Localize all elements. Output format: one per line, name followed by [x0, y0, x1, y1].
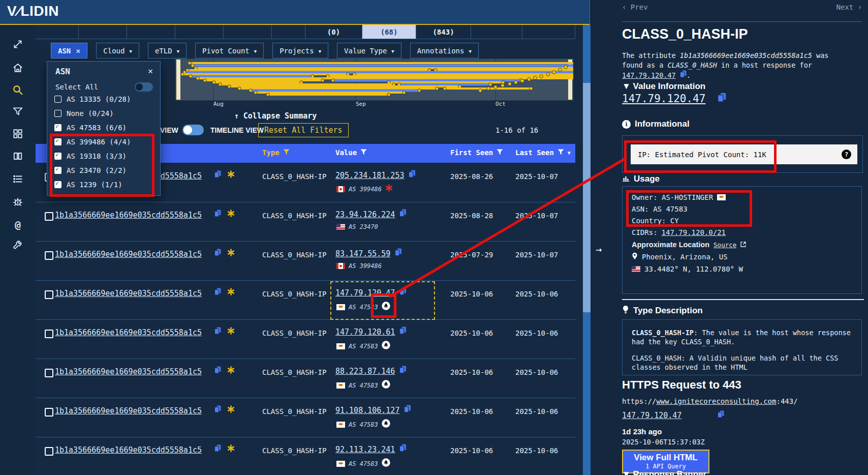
row-checkbox[interactable]	[45, 251, 53, 260]
star-annotation-icon[interactable]	[227, 288, 235, 298]
column-header-first-seen[interactable]: First Seen	[450, 149, 503, 157]
tab-empty-4[interactable]	[224, 25, 272, 39]
asn-option-as-399486[interactable]: AS 399486 (4/4)	[54, 138, 131, 146]
copy-icon[interactable]	[409, 170, 416, 180]
table-row[interactable]: 1b1a3566669ee1669e035cdd5558a1c5CLASS_0_…	[36, 398, 575, 437]
asn-option-as-47583[interactable]: AS 47583 (6/6)	[54, 124, 127, 132]
star-annotation-icon[interactable]	[227, 249, 235, 258]
value-ip-link[interactable]: 91.108.106.127	[335, 406, 399, 415]
filter-projects-button[interactable]: Projects▼	[272, 43, 328, 58]
checkbox[interactable]	[54, 167, 61, 174]
select-all-toggle[interactable]	[135, 82, 153, 92]
asn-option-none-(0/24)[interactable]: None (0/24)	[54, 109, 114, 117]
filter-etld-button[interactable]: eTLD▼	[148, 43, 187, 58]
tab-empty-1[interactable]	[79, 25, 127, 39]
table-row[interactable]: 1b1a3566669ee1669e035cdd5558a1c5CLASS_0_…	[36, 437, 575, 475]
reset-all-filters-button[interactable]: Reset All Filters	[258, 123, 349, 137]
key-hash-link[interactable]: 1b1a3566669ee1669e035cdd5558a1c5	[55, 211, 202, 220]
filter-asn-button[interactable]: ASN✕	[51, 43, 87, 58]
tab-empty-9[interactable]	[471, 25, 522, 39]
filter-funnel-icon[interactable]	[557, 149, 564, 157]
table-row[interactable]: 1b1a3566669ee1669e035cdd5558a1c5CLASS_0_…	[36, 319, 575, 359]
next-button[interactable]: Next ›	[836, 3, 862, 11]
key-hash-link[interactable]: 1b1a3566669ee1669e035cdd5558a1c5	[55, 406, 202, 415]
close-icon[interactable]: ✕	[148, 66, 153, 76]
bug-icon[interactable]	[11, 195, 25, 209]
star-annotation-icon[interactable]	[227, 327, 235, 337]
list-icon[interactable]	[11, 172, 25, 186]
row-checkbox[interactable]	[45, 447, 53, 456]
filter-pivot-count-button[interactable]: Pivot Count▼	[195, 43, 264, 58]
tab-empty-0[interactable]	[36, 25, 79, 39]
copy-icon[interactable]	[399, 366, 407, 376]
key-hash-link[interactable]: 1b1a3566669ee1669e035cdd5558a1c5	[55, 250, 202, 259]
ip-link[interactable]: 147.79.120.47	[622, 71, 676, 79]
asn-option-as-19318[interactable]: AS 19318 (3/3)	[54, 152, 127, 160]
request-ip-link[interactable]: 147.79.120.47	[622, 411, 681, 420]
tab-(0)[interactable]: (0)	[305, 25, 362, 39]
domain-link[interactable]: www.ignitecoreconsulting.com	[656, 397, 776, 405]
filter-cloud-button[interactable]: Cloud▼	[96, 43, 139, 58]
column-header-value[interactable]: Value	[335, 149, 367, 157]
tab-empty-10[interactable]	[522, 25, 575, 39]
checkbox[interactable]	[54, 153, 61, 160]
copy-icon[interactable]	[399, 444, 407, 454]
value-ip-link[interactable]: 83.147.55.59	[335, 249, 390, 258]
checkbox[interactable]	[54, 181, 61, 188]
copy-icon[interactable]	[214, 210, 221, 219]
filter-icon[interactable]	[11, 104, 25, 118]
tab-empty-3[interactable]	[175, 25, 224, 39]
table-row[interactable]: 1b1a3566669ee1669e035cdd5558a1c5CLASS_0_…	[36, 202, 575, 242]
star-annotation-icon[interactable]	[227, 405, 235, 415]
star-annotation-icon[interactable]	[227, 170, 235, 180]
checkbox[interactable]	[54, 124, 61, 131]
filter-funnel-icon[interactable]	[283, 149, 290, 157]
row-checkbox[interactable]	[45, 212, 53, 221]
table-row[interactable]: 1b1a3566669ee1669e035cdd5558a1c5CLASS_0_…	[36, 241, 575, 281]
column-header-last-seen[interactable]: Last Seen▼	[515, 149, 571, 157]
filter-value-type-button[interactable]: Value Type▼	[337, 43, 401, 58]
copy-icon[interactable]	[399, 326, 407, 337]
table-row[interactable]: 1b1a3566669ee1669e035cdd5558a1c5CLASS_0_…	[36, 280, 575, 320]
response-banner-heading[interactable]: ▼ Response Banner	[622, 469, 706, 475]
column-header-type[interactable]: Type	[262, 149, 290, 157]
copy-icon[interactable]	[395, 248, 402, 258]
copy-icon[interactable]	[399, 209, 407, 219]
key-hash-link[interactable]: 1b1a3566669ee1669e035cdd5558a1c5	[55, 367, 202, 376]
asn-option-as-23470[interactable]: AS 23470 (2/2)	[54, 166, 127, 174]
tools-icon[interactable]	[11, 238, 25, 252]
close-icon[interactable]: ✕	[76, 46, 80, 55]
panel-scrollbar-thumb[interactable]	[583, 83, 591, 312]
star-annotation-icon[interactable]	[227, 210, 235, 219]
value-ip-link[interactable]: 147.79.120.61	[335, 328, 395, 337]
tab-(843)[interactable]: (843)	[416, 25, 471, 39]
copy-icon[interactable]	[404, 405, 411, 415]
door-icon[interactable]	[11, 149, 25, 163]
copy-icon[interactable]	[214, 170, 221, 180]
key-hash-link[interactable]: 1b1a3566669ee1669e035cdd5558a1c5	[55, 289, 202, 298]
value-ip-link[interactable]: 23.94.126.224	[335, 210, 395, 219]
copy-icon[interactable]	[214, 249, 221, 258]
filter-funnel-icon[interactable]	[360, 149, 367, 157]
collapse-panel-arrow-icon[interactable]: →	[596, 243, 602, 255]
source-link[interactable]: Source	[714, 241, 736, 249]
copy-icon[interactable]	[680, 71, 687, 79]
row-checkbox[interactable]	[45, 290, 53, 299]
value-ip-link[interactable]: 147.79.120.47	[335, 288, 395, 298]
value-ip-link[interactable]: 88.223.87.146	[335, 367, 395, 376]
expand-icon[interactable]	[11, 37, 25, 51]
asn-option-as-13335[interactable]: AS 13335 (0/28)	[54, 95, 131, 103]
asn-option-as-1239[interactable]: AS 1239 (1/1)	[54, 181, 122, 189]
collapse-summary-button[interactable]: ↑ Collapse Summary	[214, 111, 336, 121]
checkbox[interactable]	[54, 96, 61, 103]
copy-icon[interactable]	[214, 327, 221, 337]
row-checkbox[interactable]	[45, 408, 53, 417]
validin-logo[interactable]: V∕LIDIN	[7, 3, 59, 19]
filter-annotations-button[interactable]: Annotations▼	[410, 43, 479, 58]
checkbox[interactable]	[54, 110, 61, 117]
value-ip-link[interactable]: 92.113.23.241	[335, 445, 395, 454]
copy-icon[interactable]	[214, 444, 221, 454]
star-annotation-icon[interactable]	[227, 366, 235, 376]
copy-icon[interactable]	[718, 410, 724, 420]
star-annotation-icon[interactable]	[227, 444, 235, 454]
